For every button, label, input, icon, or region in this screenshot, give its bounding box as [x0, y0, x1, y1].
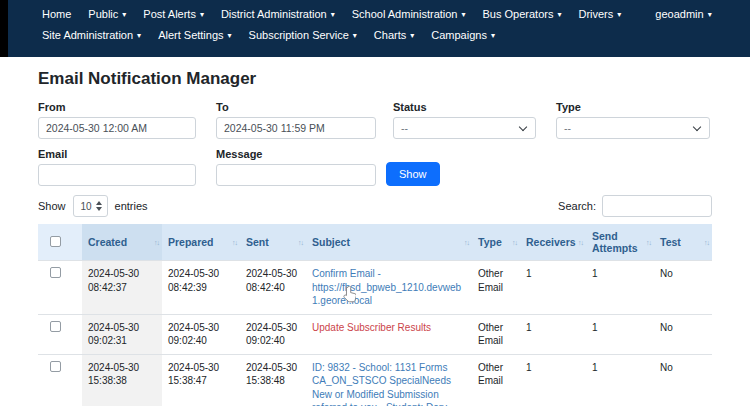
- row-select-cell: [38, 354, 82, 406]
- search-input[interactable]: [602, 195, 712, 217]
- nav-item-subscription-service[interactable]: Subscription Service▾: [249, 29, 357, 41]
- prepared-cell: 2024-05-30 08:42:39: [162, 261, 240, 315]
- nav-item-bus-operators[interactable]: Bus Operators▾: [483, 8, 562, 20]
- created-cell: 2024-05-30 09:02:31: [82, 314, 162, 354]
- prepared-cell: 2024-05-30 09:02:40: [162, 314, 240, 354]
- row-checkbox[interactable]: [50, 267, 61, 278]
- caret-down-icon: ▾: [461, 11, 465, 19]
- sort-icon: ↑↓: [512, 239, 517, 246]
- message-label: Message: [216, 148, 376, 160]
- subject-cell: Update Subscriber Results: [306, 314, 472, 354]
- column-header-send-attempts[interactable]: Send Attempts↑↓: [586, 224, 654, 261]
- nav-item-home[interactable]: Home: [42, 8, 71, 20]
- nav-item-post-alerts[interactable]: Post Alerts▾: [143, 8, 204, 20]
- page-title: Email Notification Manager: [38, 69, 712, 89]
- nav-item-site-administration[interactable]: Site Administration▾: [42, 29, 141, 41]
- row-select-cell: [38, 261, 82, 315]
- column-header-receivers[interactable]: Receivers↑↓: [520, 224, 586, 261]
- send-attempts-cell: 1: [586, 354, 654, 406]
- caret-down-icon: ▾: [228, 32, 232, 40]
- column-header-test[interactable]: Test↑↓: [654, 224, 712, 261]
- receivers-cell: 1: [520, 261, 586, 315]
- entries-label: entries: [115, 200, 148, 212]
- sent-cell: 2024-05-30 08:42:40: [240, 261, 306, 315]
- caret-down-icon: ▾: [331, 11, 335, 19]
- show-button[interactable]: Show: [386, 162, 440, 186]
- table-header-row: Created↑↓ Prepared↑↓ Sent↑↓ Subject↑↓ Ty…: [38, 224, 712, 261]
- created-cell: 2024-05-30 08:42:37: [82, 261, 162, 315]
- subject-link[interactable]: Update Subscriber Results: [312, 322, 431, 333]
- nav-item-district-administration[interactable]: District Administration▾: [221, 8, 335, 20]
- receivers-cell: 1: [520, 314, 586, 354]
- to-label: To: [216, 101, 376, 113]
- test-cell: No: [654, 314, 712, 354]
- subject-cell: ID: 9832 - School: 1131 Forms CA_ON_STSC…: [306, 354, 472, 406]
- from-input[interactable]: [38, 117, 196, 139]
- select-all-checkbox[interactable]: [50, 236, 61, 247]
- column-header-sent[interactable]: Sent↑↓: [240, 224, 306, 261]
- receivers-cell: 1: [520, 354, 586, 406]
- email-label: Email: [38, 148, 196, 160]
- email-input[interactable]: [38, 164, 196, 186]
- chevron-down-icon: [693, 123, 701, 131]
- sort-icon: ↑↓: [704, 239, 709, 246]
- caret-down-icon: ▾: [708, 11, 712, 19]
- nav-item-public[interactable]: Public▾: [88, 8, 126, 20]
- column-header-prepared[interactable]: Prepared↑↓: [162, 224, 240, 261]
- type-select[interactable]: --: [556, 117, 710, 139]
- entries-per-page-select[interactable]: 10: [73, 195, 108, 217]
- column-header-created[interactable]: Created↑↓: [82, 224, 162, 261]
- test-cell: No: [654, 354, 712, 406]
- type-cell: Other Email: [472, 314, 520, 354]
- navbar-row-2: Site Administration▾ Alert Settings▾ Sub…: [42, 29, 706, 41]
- message-input[interactable]: [216, 164, 376, 186]
- column-header-type[interactable]: Type↑↓: [472, 224, 520, 261]
- row-select-cell: [38, 314, 82, 354]
- table-row: 2024-05-30 15:38:38 2024-05-30 15:38:47 …: [38, 354, 712, 406]
- nav-item-drivers[interactable]: Drivers▾: [578, 8, 621, 20]
- nav-item-charts[interactable]: Charts▾: [374, 29, 414, 41]
- send-attempts-cell: 1: [586, 261, 654, 315]
- sent-cell: 2024-05-30 09:02:40: [240, 314, 306, 354]
- sort-icon: ↑↓: [646, 239, 651, 246]
- subject-link[interactable]: ID: 9832 - School: 1131 Forms CA_ON_STSC…: [312, 362, 451, 406]
- nav-item-alert-settings[interactable]: Alert Settings▾: [158, 29, 231, 41]
- test-cell: No: [654, 261, 712, 315]
- table-controls: Show 10 entries Search:: [38, 195, 712, 217]
- email-notifications-table: Created↑↓ Prepared↑↓ Sent↑↓ Subject↑↓ Ty…: [38, 224, 712, 406]
- row-checkbox[interactable]: [50, 361, 61, 372]
- type-cell: Other Email: [472, 354, 520, 406]
- top-navbar: Home Public▾ Post Alerts▾ District Admin…: [8, 0, 750, 57]
- send-attempts-cell: 1: [586, 314, 654, 354]
- caret-down-icon: ▾: [557, 11, 561, 19]
- sort-icon: ↑↓: [154, 239, 159, 246]
- user-menu-geoadmin[interactable]: geoadmin▾: [655, 8, 711, 20]
- caret-down-icon: ▾: [617, 11, 621, 19]
- main-content: Email Notification Manager From To Statu…: [0, 57, 750, 406]
- nav-item-school-administration[interactable]: School Administration▾: [352, 8, 466, 20]
- sort-icon: ↑↓: [578, 239, 583, 246]
- caret-down-icon: ▾: [353, 32, 357, 40]
- select-all-header: [38, 224, 82, 261]
- column-header-subject[interactable]: Subject↑↓: [306, 224, 472, 261]
- type-cell: Other Email: [472, 261, 520, 315]
- sort-icon: ↑↓: [298, 239, 303, 246]
- to-input[interactable]: [216, 117, 376, 139]
- spinner-icon: [96, 201, 102, 211]
- caret-down-icon: ▾: [122, 11, 126, 19]
- prepared-cell: 2024-05-30 15:38:47: [162, 354, 240, 406]
- type-label: Type: [556, 101, 710, 113]
- subject-link[interactable]: Confirm Email - https://fhsd_bpweb_1210.…: [312, 268, 461, 306]
- created-cell: 2024-05-30 15:38:38: [82, 354, 162, 406]
- sort-icon: ↑↓: [232, 239, 237, 246]
- caret-down-icon: ▾: [410, 32, 414, 40]
- sent-cell: 2024-05-30 15:38:48: [240, 354, 306, 406]
- row-checkbox[interactable]: [50, 321, 61, 332]
- status-select[interactable]: --: [393, 117, 536, 139]
- nav-item-campaigns[interactable]: Campaigns▾: [431, 29, 495, 41]
- caret-down-icon: ▾: [200, 11, 204, 19]
- navbar-row-1: Home Public▾ Post Alerts▾ District Admin…: [42, 8, 706, 20]
- chevron-down-icon: [519, 123, 527, 131]
- table-row: 2024-05-30 09:02:31 2024-05-30 09:02:40 …: [38, 314, 712, 354]
- caret-down-icon: ▾: [137, 32, 141, 40]
